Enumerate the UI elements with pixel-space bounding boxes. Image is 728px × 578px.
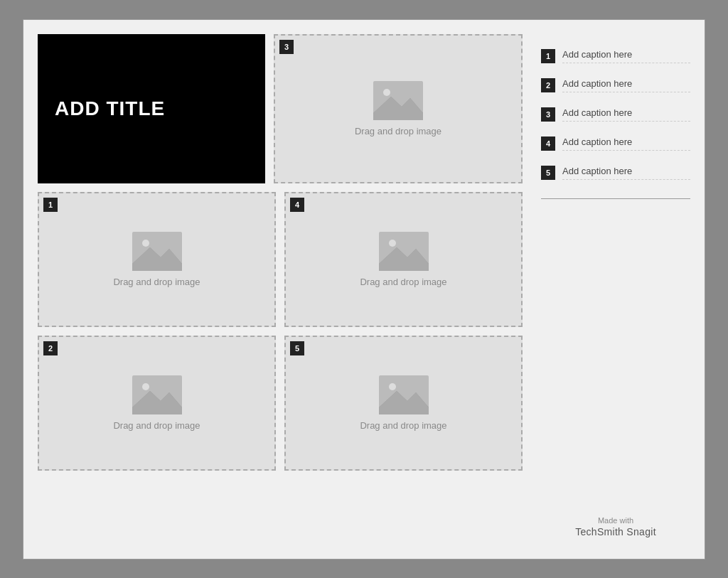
caption-text-4[interactable]: Add caption here [562,136,690,151]
caption-text-3[interactable]: Add caption here [562,107,690,122]
image-placeholder-icon-3 [373,81,423,120]
image-slot-1[interactable]: 1 Drag and drop image [38,192,276,327]
slot-number-5: 5 [290,341,304,355]
image-slot-3[interactable]: 3 Drag and drop image [274,34,523,183]
caption-number-4: 4 [541,137,555,151]
svg-point-5 [142,240,149,247]
page: ADD TITLE 3 Drag and drop image 1 [23,19,705,560]
sidebar-divider [541,198,690,199]
caption-item-3[interactable]: 3 Add caption here [541,100,690,129]
caption-text-1[interactable]: Add caption here [562,48,690,63]
title-text: ADD TITLE [55,97,165,120]
caption-item-2[interactable]: 2 Add caption here [541,70,690,100]
caption-item-1[interactable]: 1 Add caption here [541,41,690,70]
caption-item-5[interactable]: 5 Add caption here [541,158,690,187]
caption-item-4[interactable]: 4 Add caption here [541,129,690,158]
mid-row: 1 Drag and drop image 4 Drag a [38,192,523,327]
snagit-logo: TechSmith Snagit [541,526,690,537]
caption-number-1: 1 [541,49,555,63]
slot-number-4: 4 [290,198,304,212]
slot-label-2: Drag and drop image [113,420,200,431]
caption-number-2: 2 [541,78,555,92]
slot-label-5: Drag and drop image [360,420,446,431]
image-placeholder-icon-2 [132,375,182,414]
caption-text-2[interactable]: Add caption here [562,77,690,92]
caption-text-5[interactable]: Add caption here [562,165,690,180]
image-slot-2[interactable]: 2 Drag and drop image [38,336,276,471]
image-placeholder-icon-4 [379,232,429,271]
slot-number-2: 2 [43,341,58,355]
top-row: ADD TITLE 3 Drag and drop image [38,34,523,183]
snagit-branding: Made with TechSmith Snagit [541,509,690,537]
image-placeholder-icon-5 [379,375,429,414]
image-placeholder-icon-1 [132,232,182,271]
image-slot-4[interactable]: 4 Drag and drop image [284,192,523,327]
caption-number-3: 3 [541,107,555,122]
snagit-made-with: Made with [541,516,690,525]
image-slot-5[interactable]: 5 Drag and drop image [284,336,523,471]
slot-label-3: Drag and drop image [355,126,441,137]
title-block[interactable]: ADD TITLE [38,34,265,183]
svg-point-9 [389,240,396,247]
main-content: ADD TITLE 3 Drag and drop image 1 [38,34,523,545]
slot-label-4: Drag and drop image [360,277,446,287]
slot-number-1: 1 [43,198,58,212]
slot-label-1: Drag and drop image [113,277,200,287]
svg-point-13 [142,383,149,390]
sidebar: 1 Add caption here 2 Add caption here 3 … [534,34,690,545]
svg-point-1 [383,89,390,96]
svg-point-17 [389,383,396,390]
slot-number-3: 3 [279,40,294,54]
caption-number-5: 5 [541,166,555,180]
bot-row: 2 Drag and drop image 5 Drag a [38,336,523,471]
